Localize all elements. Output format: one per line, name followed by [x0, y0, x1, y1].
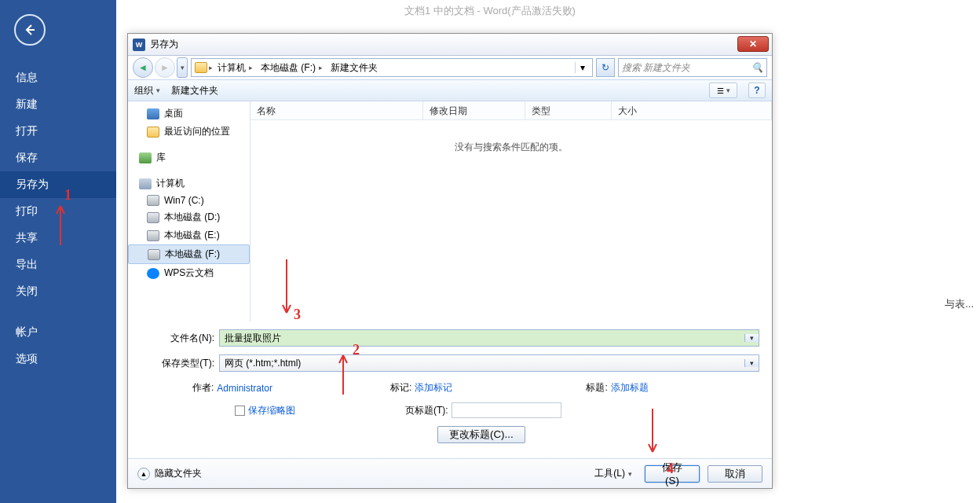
tree-computer[interactable]: 计算机	[128, 174, 250, 193]
add-tag-link[interactable]: 添加标记	[415, 381, 452, 395]
organize-button[interactable]: 组织 ▾	[134, 84, 160, 97]
refresh-button[interactable]: ↻	[596, 58, 615, 77]
help-button[interactable]: ?	[748, 83, 766, 98]
menu-info[interactable]: 信息	[0, 64, 116, 91]
drive-icon	[147, 195, 159, 206]
tag-label: 标记:	[390, 381, 411, 395]
dialog-footer: ▲ 隐藏文件夹 工具(L) ▾ 保存(S) 取消	[128, 458, 772, 488]
tree-wps-cloud[interactable]: WPS云文档	[128, 264, 250, 282]
tree-desktop[interactable]: 桌面	[128, 105, 250, 123]
breadcrumb-computer[interactable]: 计算机▸	[214, 61, 256, 75]
menu-account[interactable]: 帐户	[0, 319, 116, 346]
drive-icon	[148, 249, 160, 260]
tree-drive-f[interactable]: 本地磁盘 (F:)	[128, 244, 250, 264]
tree-drive-e[interactable]: 本地磁盘 (E:)	[128, 226, 250, 244]
col-size[interactable]: 大小	[612, 101, 772, 119]
filetype-label: 保存类型(T):	[141, 357, 219, 370]
breadcrumb[interactable]: ▸ 计算机▸ 本地磁盘 (F:)▸ 新建文件夹 ▾	[191, 58, 593, 77]
filename-input[interactable]	[220, 330, 744, 346]
breadcrumb-drive-f[interactable]: 本地磁盘 (F:)▸	[258, 61, 326, 75]
add-title-link[interactable]: 添加标题	[611, 381, 649, 395]
filetype-value: 网页 (*.htm;*.html)	[220, 355, 744, 371]
new-folder-button[interactable]: 新建文件夹	[171, 84, 218, 97]
col-name[interactable]: 名称	[250, 101, 423, 119]
back-arrow-icon	[22, 22, 38, 38]
title-label: 标题:	[586, 381, 607, 395]
author-link[interactable]: Administrator	[217, 383, 272, 394]
drive-icon	[147, 230, 159, 241]
page-title-label: 页标题(T):	[405, 404, 448, 417]
chevron-up-icon: ▲	[137, 468, 150, 480]
nav-forward-button[interactable]: ►	[155, 57, 175, 78]
app-title: 文档1 中的文档 - Word(产品激活失败)	[0, 4, 980, 18]
dialog-titlebar[interactable]: W 另存为 ✕	[128, 34, 772, 56]
folder-tree[interactable]: 桌面 最近访问的位置 库 计算机 Win7 (C:) 本地磁盘 (D:) 本地磁…	[128, 101, 250, 321]
word-backstage-sidebar: 信息 新建 打开 保存 另存为 打印 共享 导出 关闭 帐户 选项	[0, 0, 116, 503]
library-icon	[139, 152, 152, 163]
back-button[interactable]	[14, 14, 46, 46]
checkbox-box	[235, 406, 245, 416]
close-icon: ✕	[749, 39, 757, 50]
organize-toolbar: 组织 ▾ 新建文件夹 ☰▾ ?	[128, 79, 772, 101]
col-date[interactable]: 修改日期	[423, 101, 525, 119]
search-icon: 🔍	[751, 62, 763, 73]
dialog-title: 另存为	[150, 38, 178, 51]
breadcrumb-dropdown[interactable]: ▾	[575, 62, 589, 73]
save-thumbnail-checkbox[interactable]: 保存缩略图	[235, 404, 295, 417]
hide-folders-button[interactable]: ▲ 隐藏文件夹	[137, 467, 202, 480]
menu-options[interactable]: 选项	[0, 346, 116, 373]
menu-new[interactable]: 新建	[0, 91, 116, 118]
col-type[interactable]: 类型	[525, 101, 612, 119]
empty-message: 没有与搜索条件匹配的项。	[250, 141, 772, 154]
file-list[interactable]: 名称 修改日期 类型 大小 没有与搜索条件匹配的项。	[250, 101, 772, 321]
filename-combo[interactable]: ▾	[219, 329, 759, 347]
filetype-combo[interactable]: 网页 (*.htm;*.html) ▾	[219, 354, 759, 372]
column-headers[interactable]: 名称 修改日期 类型 大小	[250, 101, 772, 120]
word-icon: W	[133, 39, 145, 51]
save-button[interactable]: 保存(S)	[645, 465, 700, 483]
tree-libraries[interactable]: 库	[128, 149, 250, 167]
save-as-dialog: W 另存为 ✕ ◄ ► ▾ ▸ 计算机▸ 本地磁盘 (F:)▸ 新建文件夹 ▾ …	[127, 33, 773, 489]
menu-save-as[interactable]: 另存为	[0, 171, 116, 198]
nav-back-button[interactable]: ◄	[133, 57, 153, 78]
recent-icon	[147, 127, 159, 138]
menu-save[interactable]: 保存	[0, 145, 116, 171]
author-label: 作者:	[192, 381, 214, 395]
menu-open[interactable]: 打开	[0, 118, 116, 145]
filename-label: 文件名(N):	[141, 332, 219, 345]
computer-icon	[139, 178, 152, 189]
search-input[interactable]: 搜索 新建文件夹 🔍	[618, 58, 767, 77]
tools-dropdown[interactable]: 工具(L) ▾	[594, 467, 632, 480]
tree-recent[interactable]: 最近访问的位置	[128, 123, 250, 141]
menu-share[interactable]: 共享	[0, 225, 116, 252]
filetype-dropdown[interactable]: ▾	[744, 359, 759, 367]
clipped-backstage-text: 与表...	[945, 297, 974, 311]
close-button[interactable]: ✕	[737, 36, 769, 52]
filename-dropdown[interactable]: ▾	[744, 334, 759, 342]
change-title-button[interactable]: 更改标题(C)...	[437, 426, 525, 443]
nav-row: ◄ ► ▾ ▸ 计算机▸ 本地磁盘 (F:)▸ 新建文件夹 ▾ ↻ 搜索 新建文…	[128, 56, 772, 79]
drive-icon	[147, 212, 159, 223]
menu-export[interactable]: 导出	[0, 252, 116, 278]
breadcrumb-new-folder[interactable]: 新建文件夹	[327, 61, 381, 75]
search-placeholder: 搜索 新建文件夹	[622, 61, 690, 75]
cancel-button[interactable]: 取消	[708, 465, 762, 483]
page-title-input[interactable]	[452, 402, 561, 418]
tree-drive-c[interactable]: Win7 (C:)	[128, 193, 250, 208]
tree-drive-d[interactable]: 本地磁盘 (D:)	[128, 208, 250, 226]
nav-history-dropdown[interactable]: ▾	[177, 57, 188, 78]
folder-icon	[195, 62, 207, 73]
wps-cloud-icon	[147, 268, 159, 279]
menu-print[interactable]: 打印	[0, 198, 116, 225]
desktop-icon	[147, 108, 159, 119]
menu-close[interactable]: 关闭	[0, 278, 116, 305]
view-options-button[interactable]: ☰▾	[709, 83, 737, 98]
